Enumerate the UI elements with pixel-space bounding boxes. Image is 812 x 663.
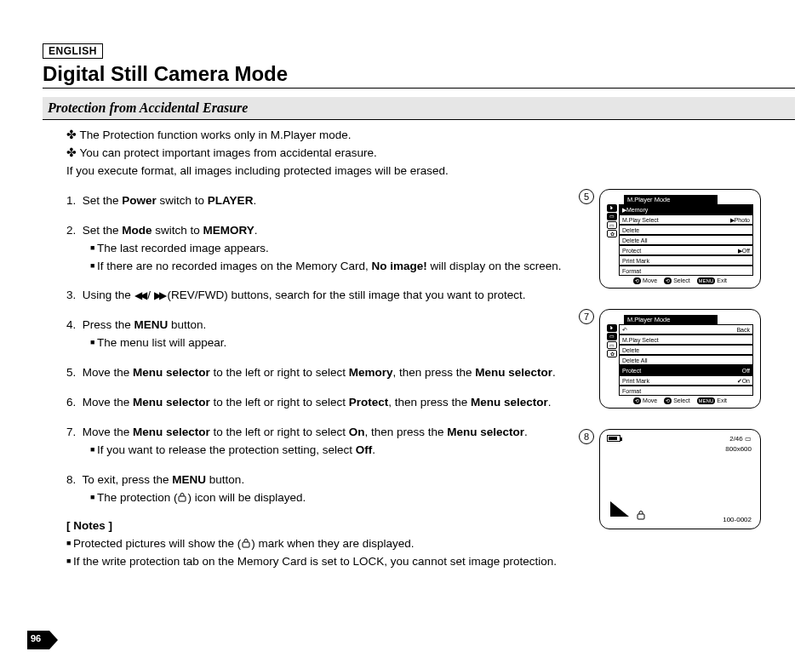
step-7: 7. Move the Menu selector to the left or… [66, 424, 621, 442]
panel-7: 7 M.Player Mode ⏵ ▭ ▭ ✿ ↶ Back M.Play Se… [599, 309, 795, 409]
select-icon: ⟲ [664, 277, 672, 284]
step-2-sub: If there are no recorded images on the M… [90, 258, 621, 276]
intro-line: If you execute format, all images includ… [66, 163, 621, 180]
notes-header: [ Notes ] [66, 517, 621, 535]
page-number-tab: 96 [27, 631, 58, 649]
memory-icon: ▭ [607, 333, 617, 340]
menu-delete: Delete [619, 345, 753, 355]
menu-print-mark: Print Mark [619, 255, 753, 266]
card-icon: ▭ [745, 435, 752, 443]
page-title: Digital Still Camera Mode [43, 62, 795, 89]
screen-footer: ⟲ Move ⟲ Select MENU Exit [607, 397, 753, 404]
step-4-sub: The menu list will appear. [90, 334, 621, 352]
menu-protect: Protect▶Off [619, 245, 753, 255]
section-subtitle: Protection from Accidental Erasure [43, 97, 795, 120]
gear-icon: ✿ [607, 230, 617, 237]
step-6: 6. Move the Menu selector to the left or… [66, 394, 621, 412]
step-7-sub: If you want to release the protection se… [90, 442, 621, 460]
image-counter: 2/46 ▭ [729, 435, 752, 443]
memory-icon: ▭ [607, 213, 617, 220]
svg-rect-2 [638, 514, 644, 519]
body-content: The Protection function works only in M.… [43, 127, 621, 571]
camera-screen-7: M.Player Mode ⏵ ▭ ▭ ✿ ↶ Back M.Play Sele… [599, 309, 761, 409]
step-4: 4. Press the MENU button. [66, 317, 621, 334]
lock-icon [241, 536, 251, 546]
image-file-number: 100-0002 [723, 516, 752, 523]
forward-icon: ▶▶ [154, 289, 164, 301]
menu-pill: MENU [697, 397, 716, 404]
menu-delete-all: Delete All [619, 235, 753, 245]
page-number: 96 [31, 633, 41, 643]
step-number-8: 8 [579, 429, 594, 444]
gear-icon: ✿ [607, 350, 617, 357]
camera-icon: ⏵ [607, 204, 617, 212]
step-3: 3. Using the ◀◀ / ▶▶ (REV/FWD) buttons, … [66, 287, 621, 305]
intro-line: The Protection function works only in M.… [66, 127, 621, 145]
menu-delete: Delete [619, 225, 753, 235]
note-line: If the write protection tab on the Memor… [66, 553, 621, 571]
menu-format: Format [619, 386, 753, 396]
rewind-icon: ◀◀ [134, 289, 145, 301]
step-2-sub: The last recorded image appears. [90, 240, 621, 258]
tape-icon: ▭ [607, 221, 617, 229]
step-8-sub: The protection () icon will be displayed… [90, 489, 621, 507]
step-number-5: 5 [579, 189, 594, 204]
step-1: 1. Set the Power switch to PLAYER. [66, 192, 621, 210]
slide-play-icon [610, 501, 629, 517]
menu-mplay-select: M.Play Select▶Photo [619, 214, 753, 225]
select-icon: ⟲ [664, 397, 672, 404]
screen-panels: 5 M.Player Mode ⏵ ▭ ▭ ✿ ▶Memory M.Play S… [599, 189, 795, 550]
lock-icon [636, 510, 646, 522]
intro-line: You can protect important images from ac… [66, 145, 621, 163]
panel-8: 8 2/46 ▭ 800x600 100-0002 [599, 429, 795, 529]
menu-back: ↶ Back [619, 324, 753, 334]
menu-delete-all: Delete All [619, 355, 753, 365]
panel-5: 5 M.Player Mode ⏵ ▭ ▭ ✿ ▶Memory M.Play S… [599, 189, 795, 289]
image-resolution: 800x600 [725, 445, 752, 453]
language-badge: ENGLISH [43, 43, 103, 59]
svg-rect-1 [243, 542, 249, 547]
screen-footer: ⟲ Move ⟲ Select MENU Exit [607, 277, 753, 284]
tape-icon: ▭ [607, 341, 617, 349]
svg-rect-0 [179, 496, 186, 501]
menu-protect: ProtectOff [619, 365, 753, 375]
menu-pill: MENU [697, 277, 716, 284]
step-2: 2. Set the Mode switch to MEMORY. [66, 222, 621, 240]
note-line: Protected pictures will show the () mark… [66, 535, 621, 553]
move-icon: ⟲ [633, 277, 641, 284]
step-5: 5. Move the Menu selector to the left or… [66, 364, 621, 382]
step-8: 8. To exit, press the MENU button. [66, 472, 621, 489]
menu-memory: ▶Memory [619, 204, 753, 214]
camera-icon: ⏵ [607, 324, 617, 332]
lock-icon [177, 490, 187, 500]
menu-print-mark: Print Mark✔On [619, 375, 753, 386]
menu-format: Format [619, 266, 753, 276]
camera-screen-5: M.Player Mode ⏵ ▭ ▭ ✿ ▶Memory M.Play Sel… [599, 189, 761, 289]
screen-title: M.Player Mode [624, 195, 718, 204]
screen-title: M.Player Mode [624, 315, 718, 324]
camera-screen-8: 2/46 ▭ 800x600 100-0002 [599, 429, 761, 529]
move-icon: ⟲ [633, 397, 641, 404]
battery-icon [607, 435, 620, 442]
step-number-7: 7 [579, 309, 594, 324]
menu-mplay-select: M.Play Select [619, 334, 753, 345]
